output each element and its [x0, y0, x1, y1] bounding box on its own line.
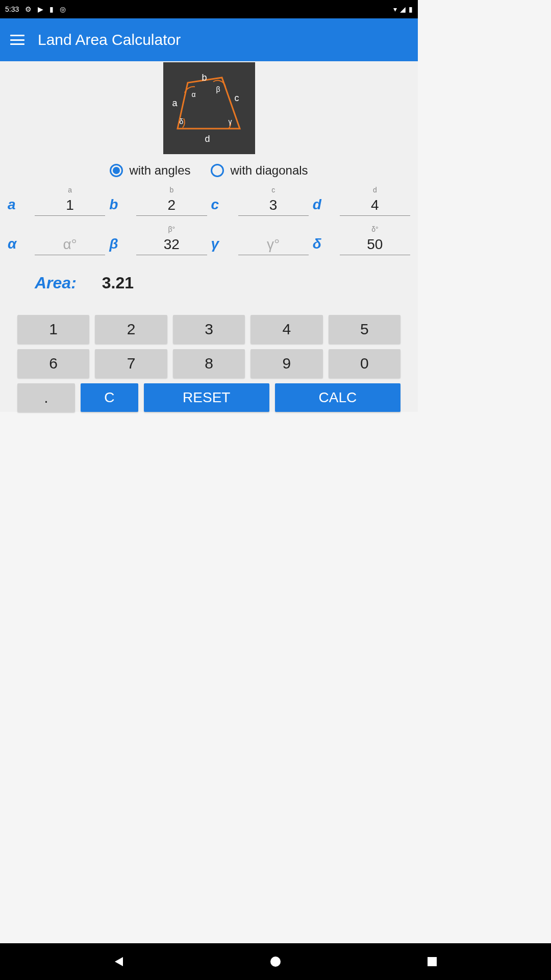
key-9[interactable]: 9 — [251, 349, 322, 378]
result-row: Area: 3.21 — [0, 255, 418, 292]
key-6[interactable]: 6 — [17, 349, 89, 378]
status-time: 5:33 — [5, 5, 19, 13]
input-d[interactable] — [340, 195, 410, 216]
label-gamma: γ — [211, 236, 234, 255]
key-0[interactable]: 0 — [329, 349, 400, 378]
main-content: b a c d α β γ δ with angles with diagona… — [0, 61, 418, 412]
input-delta[interactable] — [340, 234, 410, 255]
hint-c: c — [271, 186, 275, 195]
key-8[interactable]: 8 — [173, 349, 245, 378]
radio-icon-selected — [110, 164, 123, 177]
app-bar: Land Area Calculator — [0, 18, 418, 61]
label-beta: β — [109, 236, 132, 255]
key-clear[interactable]: C — [81, 383, 138, 412]
key-reset[interactable]: RESET — [144, 383, 269, 412]
input-gamma[interactable] — [238, 234, 309, 255]
key-3[interactable]: 3 — [173, 315, 245, 344]
diagram-label-gamma: γ — [229, 117, 232, 126]
app-title: Land Area Calculator — [38, 31, 181, 48]
keypad: 1 2 3 4 5 6 7 8 9 0 . C RESET CALC — [0, 292, 418, 412]
radio-label-diagonals: with diagonals — [230, 163, 308, 178]
input-a[interactable] — [35, 195, 105, 216]
area-value: 3.21 — [102, 274, 134, 292]
diagram-label-c: c — [235, 93, 239, 104]
quadrilateral-diagram: b a c d α β γ δ — [163, 62, 255, 154]
input-b[interactable] — [136, 195, 207, 216]
key-dot[interactable]: . — [17, 383, 75, 412]
menu-icon[interactable] — [10, 35, 24, 45]
status-right: ▾ ◢ ▮ — [393, 5, 413, 13]
key-2[interactable]: 2 — [95, 315, 167, 344]
label-d: d — [313, 197, 336, 216]
radio-label-angles: with angles — [129, 163, 190, 178]
radio-with-diagonals[interactable]: with diagonals — [211, 163, 308, 178]
hint-a: a — [68, 186, 72, 195]
mode-radio-group: with angles with diagonals — [0, 154, 418, 186]
key-1[interactable]: 1 — [17, 315, 89, 344]
cell-signal-icon: ◢ — [400, 5, 406, 13]
battery-icon: ▮ — [409, 5, 413, 13]
hint-b: b — [169, 186, 173, 195]
sides-input-row: a a b b c c d d — [0, 186, 418, 216]
radio-with-angles[interactable]: with angles — [110, 163, 190, 178]
play-protect-icon: ▶ — [38, 5, 43, 13]
angles-input-row: α β β° γ δ δ° — [0, 225, 418, 255]
input-alpha[interactable] — [35, 234, 105, 255]
diagram-label-b: b — [202, 72, 207, 83]
sync-icon: ◎ — [60, 5, 66, 13]
key-4[interactable]: 4 — [251, 315, 322, 344]
input-beta[interactable] — [136, 234, 207, 255]
input-c[interactable] — [238, 195, 309, 216]
sd-card-icon: ▮ — [49, 5, 54, 13]
key-calc[interactable]: CALC — [275, 383, 400, 412]
diagram-label-beta: β — [216, 85, 220, 93]
label-delta: δ — [313, 236, 336, 255]
label-b: b — [109, 197, 132, 216]
diagram-label-d: d — [205, 134, 210, 144]
wifi-icon: ▾ — [393, 5, 397, 13]
key-7[interactable]: 7 — [95, 349, 167, 378]
settings-icon: ⚙ — [25, 5, 32, 13]
key-5[interactable]: 5 — [329, 315, 400, 344]
area-label: Area: — [35, 274, 77, 292]
radio-icon-unselected — [211, 164, 224, 177]
hint-d: d — [373, 186, 377, 195]
hint-delta: δ° — [371, 225, 378, 234]
label-c: c — [211, 197, 234, 216]
label-alpha: α — [8, 236, 31, 255]
status-left: 5:33 ⚙ ▶ ▮ ◎ — [5, 5, 66, 13]
diagram-label-a: a — [172, 98, 178, 109]
label-a: a — [8, 197, 31, 216]
hint-beta: β° — [168, 225, 176, 234]
diagram-label-delta: δ — [180, 117, 184, 126]
status-bar: 5:33 ⚙ ▶ ▮ ◎ ▾ ◢ ▮ — [0, 0, 418, 18]
diagram-label-alpha: α — [192, 90, 196, 99]
